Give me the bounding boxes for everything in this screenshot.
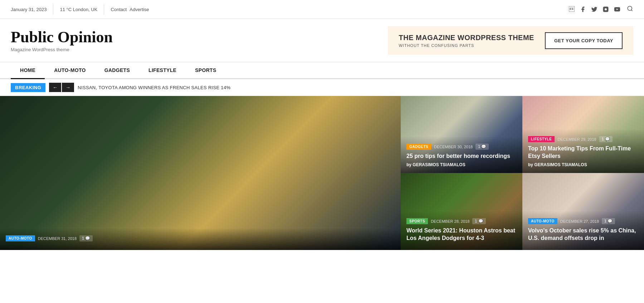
- card-bot-right-title: World Series 2021: Houston Astros beat L…: [406, 227, 517, 242]
- card-bot-far-date: DECEMBER 27, 2018: [560, 219, 599, 223]
- search-icon[interactable]: [627, 5, 633, 14]
- card-top-far-comments: 1 💬: [599, 136, 613, 142]
- nav-item-sports[interactable]: SPORTS: [186, 62, 225, 79]
- main-content-grid: AUTO-MOTO DECEMBER 31, 2018 1 💬 GADGETS …: [0, 96, 644, 250]
- topbar-divider1: [53, 4, 53, 15]
- card-bot-right-comments: 1 💬: [472, 218, 486, 224]
- logo-subtitle: Magazine WordPress theme: [11, 47, 113, 52]
- card-top-far-title: Top 10 Marketing Tips From Full-Time Ets…: [528, 145, 638, 160]
- topbar-nav: Contact Advertise: [111, 7, 149, 12]
- card-bot-far-meta: AUTO-MOTO DECEMBER 27, 2018 1 💬: [528, 218, 638, 224]
- nav-item-gadgets[interactable]: GADGETS: [95, 62, 139, 79]
- card-main-comments: 1 💬: [79, 235, 93, 241]
- ad-text-block: THE MAGAZINE WORDPRESS THEME WITHOUT THE…: [399, 34, 545, 48]
- card-bot-far-comments: 1 💬: [602, 218, 615, 224]
- card-main-date: DECEMBER 31, 2018: [38, 236, 77, 241]
- topbar-socials: : [569, 6, 620, 13]
- card-bot-right[interactable]: SPORTS DECEMBER 28, 2018 1 💬 World Serie…: [401, 173, 522, 250]
- svg-point-3: [628, 6, 632, 10]
- card-main-category: AUTO-MOTO: [6, 235, 35, 241]
- facebook-icon[interactable]: : [569, 6, 575, 13]
- breaking-prev-button[interactable]: ←: [49, 83, 61, 92]
- topbar-date: January 31, 2023: [11, 7, 47, 12]
- topbar-divider2: [104, 4, 104, 15]
- card-bot-far-category: AUTO-MOTO: [528, 218, 557, 224]
- card-top-right-category: GADGETS: [406, 144, 431, 150]
- card-bot-right-overlay: SPORTS DECEMBER 28, 2018 1 💬 World Serie…: [401, 211, 522, 250]
- card-top-far-category: LIFESTYLE: [528, 136, 555, 142]
- card-top-right[interactable]: GADGETS DECEMBER 30, 2018 1 💬 25 pro tip…: [401, 96, 522, 173]
- card-bot-far[interactable]: AUTO-MOTO DECEMBER 27, 2018 1 💬 Volvo's …: [522, 173, 644, 250]
- card-top-right-comments: 1 💬: [475, 144, 489, 150]
- card-top-far-overlay: LIFESTYLE DECEMBER 29, 2018 1 💬 Top 10 M…: [522, 129, 644, 173]
- header-ad: THE MAGAZINE WORDPRESS THEME WITHOUT THE…: [388, 26, 633, 55]
- navbar: HOME AUTO-MOTO GADGETS LIFESTYLE SPORTS: [0, 62, 644, 79]
- card-top-right-date: DECEMBER 30, 2018: [434, 145, 473, 149]
- card-bot-far-title: Volvo's October sales rise 5% as China, …: [528, 227, 638, 242]
- logo-area: Public Opinion Magazine WordPress theme: [11, 29, 113, 52]
- breaking-bar: BREAKING ← → NISSAN, TOYOTA AMONG WINNER…: [0, 79, 644, 96]
- twitter-icon[interactable]: [591, 6, 597, 13]
- card-top-right-overlay: GADGETS DECEMBER 30, 2018 1 💬 25 pro tip…: [401, 136, 522, 173]
- advertise-link[interactable]: Advertise: [130, 7, 149, 12]
- card-main-meta: AUTO-MOTO DECEMBER 31, 2018 1 💬: [6, 235, 395, 241]
- card-top-far[interactable]: LIFESTYLE DECEMBER 29, 2018 1 💬 Top 10 M…: [522, 96, 644, 173]
- ad-cta-button[interactable]: GET YOUR COPY TODAY: [545, 32, 623, 49]
- card-top-right-title: 25 pro tips for better home recordings: [406, 153, 517, 160]
- card-main-overlay: AUTO-MOTO DECEMBER 31, 2018 1 💬: [0, 228, 401, 250]
- card-bot-right-meta: SPORTS DECEMBER 28, 2018 1 💬: [406, 218, 517, 224]
- logo-title[interactable]: Public Opinion: [11, 29, 113, 46]
- card-top-far-author: by GERASIMOS TSIAMALOS: [528, 162, 638, 167]
- breaking-arrows: ← →: [49, 83, 74, 92]
- card-bot-right-category: SPORTS: [406, 218, 428, 224]
- breaking-label: BREAKING: [11, 83, 45, 92]
- facebook-icon[interactable]: [580, 6, 586, 13]
- card-bot-far-overlay: AUTO-MOTO DECEMBER 27, 2018 1 💬 Volvo's …: [522, 211, 644, 250]
- nav-item-auto-moto[interactable]: AUTO-MOTO: [45, 62, 95, 79]
- card-top-far-meta: LIFESTYLE DECEMBER 29, 2018 1 💬: [528, 136, 638, 142]
- ad-title: THE MAGAZINE WORDPRESS THEME: [399, 34, 534, 42]
- topbar-weather: 11 °C London, UK: [60, 7, 97, 12]
- youtube-icon[interactable]: [614, 6, 620, 13]
- instagram-icon[interactable]: [602, 6, 609, 13]
- ad-subtitle: WITHOUT THE CONFUSING PARTS: [399, 43, 534, 48]
- breaking-next-button[interactable]: →: [62, 83, 74, 92]
- topbar: January 31, 2023 11 °C London, UK Contac…: [0, 0, 644, 19]
- nav-item-lifestyle[interactable]: LIFESTYLE: [139, 62, 186, 79]
- card-top-right-meta: GADGETS DECEMBER 30, 2018 1 💬: [406, 144, 517, 150]
- card-top-right-author: by GERASIMOS TSIAMALOS: [406, 162, 517, 167]
- card-top-far-date: DECEMBER 29, 2018: [557, 137, 596, 141]
- svg-line-4: [631, 10, 632, 11]
- card-bot-right-date: DECEMBER 28, 2018: [431, 219, 469, 223]
- card-main[interactable]: AUTO-MOTO DECEMBER 31, 2018 1 💬: [0, 96, 401, 250]
- nav-item-home[interactable]: HOME: [11, 62, 45, 79]
- contact-link[interactable]: Contact: [111, 7, 127, 12]
- header: Public Opinion Magazine WordPress theme …: [0, 19, 644, 62]
- breaking-text: NISSAN, TOYOTA AMONG WINNERS AS FRENCH S…: [78, 85, 230, 90]
